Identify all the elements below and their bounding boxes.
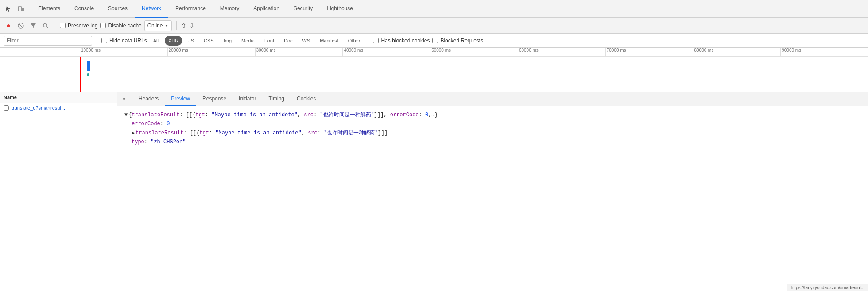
blocked-requests-checkbox[interactable]: Blocked Requests [432, 38, 483, 44]
upload-icon[interactable]: ⇧ [181, 22, 186, 29]
json-type-line: type : "zh-CHS2en" [124, 138, 861, 146]
svg-line-5 [46, 27, 48, 28]
device-icon[interactable] [16, 4, 26, 14]
name-panel: Name translate_o?smartresul... [0, 92, 117, 291]
toolbar-divider [55, 21, 55, 30]
hide-data-urls-checkbox[interactable]: Hide data URLs [101, 38, 147, 44]
filter-css[interactable]: CSS [200, 36, 217, 46]
ruler-mark-2: 30000 ms [255, 48, 343, 56]
tab-network[interactable]: Network [135, 0, 168, 18]
ruler-mark-3: 40000 ms [342, 48, 430, 56]
throttle-select[interactable]: Online [144, 20, 172, 31]
json-collapse-translateresult[interactable]: ▶ [132, 129, 135, 138]
clear-button[interactable] [16, 21, 26, 31]
request-checkbox[interactable] [4, 105, 9, 111]
filter-divider [97, 36, 97, 45]
network-toolbar: ● Preserve log Disable cache Online ⇧ ⇩ [0, 18, 868, 34]
filter-all[interactable]: All [150, 36, 162, 46]
detail-panel: × Headers Preview Response Initiator Tim… [117, 92, 868, 291]
filter-media[interactable]: Media [238, 36, 258, 46]
detail-tab-initiator[interactable]: Initiator [232, 92, 262, 106]
download-icon[interactable]: ⇩ [189, 22, 194, 29]
filter-divider-2 [368, 36, 368, 45]
json-preview: ▼ {translateResult: [[{tgt: "Maybe time … [117, 106, 868, 291]
timeline-body[interactable] [0, 57, 868, 92]
filter-font[interactable]: Font [261, 36, 278, 46]
filter-input[interactable] [4, 36, 92, 46]
filter-js[interactable]: JS [185, 36, 198, 46]
filter-manifest[interactable]: Manifest [316, 36, 342, 46]
filter-ws[interactable]: WS [299, 36, 314, 46]
ruler-mark-4: 50000 ms [430, 48, 518, 56]
json-root-line[interactable]: ▼ {translateResult: [[{tgt: "Maybe time … [124, 111, 861, 119]
detail-tabs: × Headers Preview Response Initiator Tim… [117, 92, 868, 106]
svg-rect-0 [18, 7, 22, 11]
devtools-icons [4, 4, 26, 14]
disable-cache-input[interactable] [100, 23, 106, 28]
toolbar-divider-2 [176, 21, 177, 30]
record-button[interactable]: ● [4, 21, 13, 31]
detail-tab-headers[interactable]: Headers [132, 92, 165, 106]
has-blocked-cookies-input[interactable] [373, 38, 379, 43]
disable-cache-checkbox[interactable]: Disable cache [100, 23, 141, 29]
detail-tab-cookies[interactable]: Cookies [291, 92, 322, 106]
timeline-ruler: 10000 ms 20000 ms 30000 ms 40000 ms 5000… [0, 48, 868, 57]
svg-point-4 [43, 23, 47, 27]
ruler-mark-0: 10000 ms [80, 48, 167, 56]
has-blocked-cookies-checkbox[interactable]: Has blocked cookies [373, 38, 430, 44]
svg-rect-1 [22, 8, 24, 11]
tab-lighthouse[interactable]: Lighthouse [320, 0, 360, 18]
tab-elements[interactable]: Elements [31, 0, 67, 18]
filter-img[interactable]: Img [220, 36, 235, 46]
name-panel-header: Name [0, 92, 117, 103]
detail-tab-response[interactable]: Response [196, 92, 232, 106]
hide-data-urls-input[interactable] [101, 38, 107, 43]
close-detail-button[interactable]: × [119, 94, 129, 104]
tab-bar: Elements Console Sources Network Perform… [0, 0, 868, 18]
main-content: Name translate_o?smartresul... × Headers… [0, 92, 868, 291]
status-bar: https://fanyi.youdao.com/smartresul... [787, 284, 868, 291]
tab-performance[interactable]: Performance [168, 0, 213, 18]
preserve-log-input[interactable] [60, 23, 66, 28]
timeline-request-bar [87, 61, 90, 71]
filter-doc[interactable]: Doc [280, 36, 296, 46]
tab-sources[interactable]: Sources [101, 0, 135, 18]
ruler-mark-8: 90000 ms [780, 48, 868, 56]
tab-security[interactable]: Security [287, 0, 320, 18]
json-errorcode-line: errorCode : 0 [124, 119, 861, 128]
filter-other[interactable]: Other [345, 36, 364, 46]
tab-console[interactable]: Console [67, 0, 101, 18]
preserve-log-checkbox[interactable]: Preserve log [60, 23, 97, 29]
ruler-mark-6: 70000 ms [605, 48, 693, 56]
json-translateresult-line[interactable]: ▶ translateResult : [[{tgt: "Maybe time … [124, 129, 861, 138]
request-item[interactable]: translate_o?smartresul... [0, 103, 117, 113]
timeline-marker [80, 57, 81, 92]
ruler-mark-1: 20000 ms [167, 48, 255, 56]
timeline: 10000 ms 20000 ms 30000 ms 40000 ms 5000… [0, 48, 868, 92]
cursor-icon[interactable] [4, 4, 13, 14]
filter-xhr[interactable]: XHR [165, 36, 182, 46]
timeline-dot [87, 73, 89, 76]
filter-icon-button[interactable] [28, 21, 38, 31]
tab-memory[interactable]: Memory [213, 0, 246, 18]
search-button[interactable] [41, 21, 50, 31]
detail-tab-preview[interactable]: Preview [165, 92, 196, 106]
filter-bar: Hide data URLs All XHR JS CSS Img Media … [0, 34, 868, 48]
detail-tab-timing[interactable]: Timing [262, 92, 291, 106]
request-name: translate_o?smartresul... [12, 105, 65, 111]
ruler-mark-5: 60000 ms [518, 48, 605, 56]
svg-line-3 [19, 24, 22, 27]
json-collapse-root[interactable]: ▼ [124, 111, 128, 119]
tab-application[interactable]: Application [246, 0, 287, 18]
blocked-requests-input[interactable] [432, 38, 438, 43]
ruler-mark-7: 80000 ms [693, 48, 780, 56]
